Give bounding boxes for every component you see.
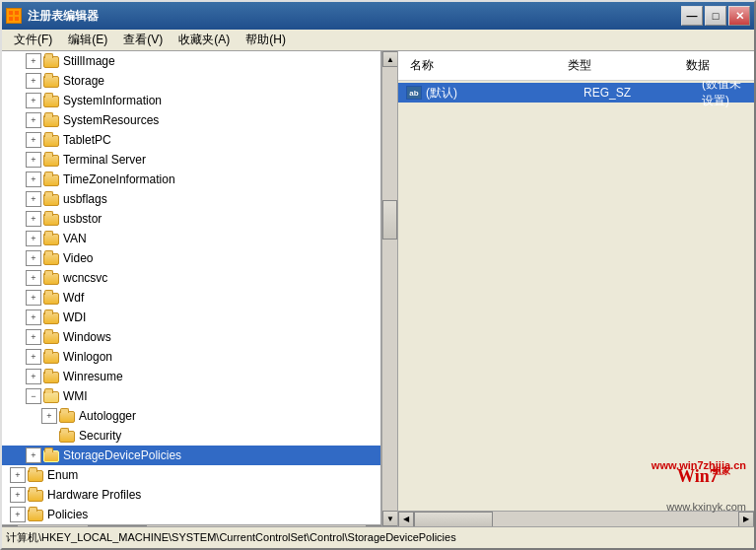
tree-item[interactable]: +SystemInformation — [2, 91, 380, 110]
folder-icon — [43, 153, 59, 167]
tree-item[interactable]: +VAN — [2, 229, 380, 248]
svg-rect-1 — [15, 11, 19, 15]
expand-icon[interactable]: + — [26, 231, 41, 246]
tree-item[interactable]: +Autologger — [2, 406, 380, 426]
menu-help[interactable]: 帮助(H) — [238, 30, 294, 50]
expand-icon[interactable]: + — [41, 408, 57, 424]
pane-container: +StillImage+Storage+SystemInformation+Sy… — [2, 51, 754, 526]
reg-h-track[interactable] — [414, 512, 738, 527]
left-container: +StillImage+Storage+SystemInformation+Sy… — [2, 51, 381, 526]
tree-pane[interactable]: +StillImage+Storage+SystemInformation+Sy… — [2, 51, 381, 524]
tree-item[interactable]: +Hardware Profiles — [2, 485, 380, 505]
reg-scroll-right-btn[interactable]: ▶ — [738, 512, 754, 527]
right-container: 名称 类型 数据 ab(默认)REG_SZ(数值未设置) ◀ ▶ — [397, 51, 754, 526]
tree-item[interactable]: −WMI — [2, 386, 380, 406]
expand-icon[interactable]: + — [10, 487, 26, 503]
menu-view[interactable]: 查看(V) — [115, 30, 171, 50]
expand-icon[interactable]: + — [26, 132, 41, 148]
collapse-icon[interactable]: − — [26, 388, 41, 404]
tree-label: Windows — [63, 330, 111, 344]
folder-icon — [43, 133, 59, 147]
expand-icon[interactable]: + — [26, 290, 41, 306]
folder-icon — [28, 488, 43, 502]
expand-icon[interactable]: + — [26, 112, 41, 128]
folder-icon — [43, 330, 59, 344]
tree-item[interactable]: +Policies — [2, 505, 380, 524]
expand-icon[interactable]: + — [26, 369, 41, 384]
title-controls: — □ ✕ — [681, 6, 750, 26]
col-header-type: 类型 — [564, 55, 682, 76]
scroll-up-btn[interactable]: ▲ — [382, 51, 398, 67]
col-header-data: 数据 — [682, 55, 746, 76]
tree-label: Wdf — [63, 291, 84, 305]
reg-scroll-left-btn[interactable]: ◀ — [398, 512, 414, 527]
expand-icon[interactable]: + — [26, 270, 41, 286]
expand-icon[interactable]: + — [26, 172, 41, 187]
col-header-name: 名称 — [406, 55, 564, 76]
menu-favorites[interactable]: 收藏夹(A) — [171, 30, 238, 50]
tree-h-scrollbar[interactable]: ◀ ▶ — [2, 524, 381, 526]
scroll-track[interactable] — [18, 525, 366, 527]
expand-icon[interactable]: + — [10, 507, 26, 522]
pane-row: +StillImage+Storage+SystemInformation+Sy… — [2, 51, 754, 526]
folder-icon — [28, 468, 43, 482]
expand-icon[interactable]: + — [26, 447, 41, 463]
expand-icon[interactable]: + — [26, 73, 41, 89]
tree-item[interactable]: +usbstor — [2, 209, 380, 229]
v-scroll-thumb — [382, 200, 397, 240]
tree-v-scrollbar[interactable]: ▲ ▼ — [381, 51, 397, 526]
tree-item[interactable]: +WDI — [2, 308, 380, 327]
tree-item[interactable]: +Video — [2, 248, 380, 268]
tree-label: StillImage — [63, 54, 115, 68]
menu-file[interactable]: 文件(F) — [6, 30, 60, 50]
tree-item[interactable]: +Enum — [2, 465, 380, 485]
folder-icon — [43, 370, 59, 383]
tree-label: Enum — [47, 468, 78, 482]
tree-item[interactable]: +TimeZoneInformation — [2, 170, 380, 189]
expand-icon[interactable]: + — [26, 152, 41, 168]
scroll-down-btn[interactable]: ▼ — [382, 511, 398, 526]
tree-label: Terminal Server — [63, 153, 146, 167]
tree-item[interactable]: +Wdf — [2, 288, 380, 308]
registry-row[interactable]: ab(默认)REG_SZ(数值未设置) — [398, 83, 754, 103]
tree-item[interactable]: +wcncsvc — [2, 268, 380, 288]
tree-item[interactable]: +usbflags — [2, 189, 380, 209]
folder-icon — [43, 389, 59, 403]
title-bar-left: 注册表编辑器 — [6, 8, 99, 25]
expand-icon[interactable]: + — [26, 349, 41, 365]
tree-item[interactable]: +StorageDevicePolicies — [2, 446, 380, 465]
expand-icon[interactable]: + — [26, 329, 41, 345]
folder-icon — [43, 251, 59, 265]
tree-label: Video — [63, 251, 93, 265]
tree-item[interactable]: +SystemResources — [2, 110, 380, 130]
expand-icon[interactable]: + — [26, 53, 41, 69]
tree-label: usbstor — [63, 212, 102, 226]
tree-item[interactable]: +Windows — [2, 327, 380, 347]
tree-item[interactable]: +Winlogon — [2, 347, 380, 367]
tree-label: usbflags — [63, 192, 107, 206]
tree-item[interactable]: +TabletPC — [2, 130, 380, 150]
minimize-button[interactable]: — — [681, 6, 703, 26]
registry-h-scrollbar[interactable]: ◀ ▶ — [398, 511, 754, 526]
expand-icon[interactable]: + — [26, 191, 41, 207]
expand-icon[interactable]: + — [26, 309, 41, 325]
maximize-button[interactable]: □ — [705, 6, 726, 26]
tree-item[interactable]: +Winresume — [2, 367, 380, 386]
tree-label: TimeZoneInformation — [63, 172, 175, 186]
expand-icon[interactable]: + — [26, 250, 41, 266]
v-scroll-track[interactable] — [382, 67, 397, 511]
folder-icon — [59, 429, 75, 443]
tree-label: WDI — [63, 310, 86, 324]
tree-item[interactable]: +Terminal Server — [2, 150, 380, 170]
svg-rect-3 — [15, 17, 19, 21]
close-button[interactable]: ✕ — [728, 6, 750, 26]
expand-icon[interactable]: + — [10, 467, 26, 483]
folder-icon — [43, 448, 59, 462]
tree-item[interactable]: Security — [2, 426, 380, 446]
expand-icon[interactable]: + — [26, 211, 41, 227]
tree-item[interactable]: +Storage — [2, 71, 380, 91]
expand-icon[interactable]: + — [26, 93, 41, 108]
menu-edit[interactable]: 编辑(E) — [60, 30, 115, 50]
tree-label: SystemResources — [63, 113, 159, 127]
tree-item[interactable]: +StillImage — [2, 51, 380, 71]
